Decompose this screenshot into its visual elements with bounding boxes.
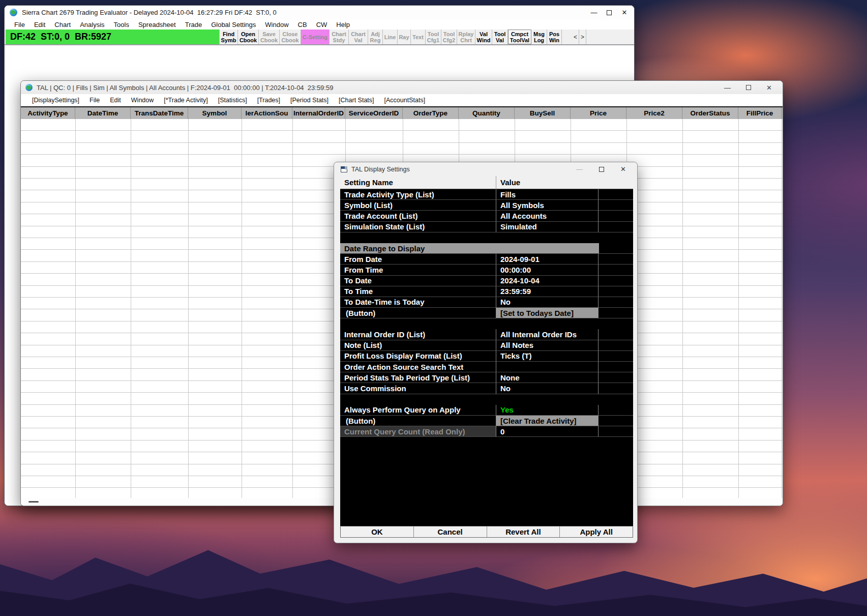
tal-column-header-fillprice[interactable]: FillPrice bbox=[738, 107, 782, 119]
main-menu-cw[interactable]: CW bbox=[312, 21, 332, 28]
main-menu-analysis[interactable]: Analysis bbox=[75, 21, 109, 28]
ok-button[interactable]: OK bbox=[341, 526, 413, 537]
tal-column-header-datetime[interactable]: DateTime bbox=[75, 107, 131, 119]
main-menu-edit[interactable]: Edit bbox=[29, 21, 50, 28]
close-icon[interactable]: ✕ bbox=[617, 6, 632, 19]
toolbar-button-cmpct-toolval[interactable]: CmpctToolVal bbox=[508, 30, 531, 44]
horizontal-scrollbar-thumb[interactable] bbox=[28, 501, 39, 503]
tal-column-header-orderstatus[interactable]: OrderStatus bbox=[682, 107, 738, 119]
setting-row-trade-activity-type-list[interactable]: Trade Activity Type (List)Fills bbox=[340, 189, 633, 200]
toolbar-button-tool-cfg1[interactable]: ToolCfg1 bbox=[426, 30, 441, 44]
setting-row-date-range-to-display[interactable]: Date Range to Display bbox=[340, 243, 633, 254]
main-menu-window[interactable]: Window bbox=[260, 21, 293, 28]
setting-value[interactable]: Simulated bbox=[496, 222, 599, 232]
toolbar-button-open-cbook[interactable]: OpenCbook bbox=[238, 30, 259, 44]
setting-row-simulation-state-list[interactable]: Simulation State (List)Simulated bbox=[340, 222, 633, 232]
toolbar-button-chart-stdy[interactable]: ChartStdy bbox=[330, 30, 349, 44]
tal-menu-trade-activity[interactable]: [*Trade Activity] bbox=[159, 97, 213, 104]
setting-row-from-date[interactable]: From Date2024-09-01 bbox=[340, 254, 633, 265]
main-menu-global-settings[interactable]: Global Settings bbox=[206, 21, 260, 28]
main-menu-trade[interactable]: Trade bbox=[181, 21, 206, 28]
tal-menu-chart-stats[interactable]: [Chart Stats] bbox=[334, 97, 379, 104]
toolbar-button-chart-val[interactable]: ChartVal bbox=[349, 30, 368, 44]
tal-column-header-transdatetime[interactable]: TransDateTime bbox=[131, 107, 188, 119]
setting-row-profit-loss-display-format-list[interactable]: Profit Loss Display Format (List)Ticks (… bbox=[340, 351, 633, 362]
toolbar-button-find-symb[interactable]: FindSymb bbox=[219, 30, 238, 44]
main-menu-tools[interactable]: Tools bbox=[109, 21, 134, 28]
setting-row-order-action-source-search-text[interactable]: Order Action Source Search Text bbox=[340, 362, 633, 372]
setting-value[interactable]: None bbox=[496, 372, 599, 383]
tal-menu-trades[interactable]: [Trades] bbox=[252, 97, 285, 104]
toolbar-button-tool-cfg2[interactable]: ToolCfg2 bbox=[441, 30, 457, 44]
tal-menu-accountstats[interactable]: [AccountStats] bbox=[379, 97, 431, 104]
setting-row-to-date[interactable]: To Date2024-10-04 bbox=[340, 276, 633, 286]
setting-value[interactable]: All Notes bbox=[496, 340, 599, 351]
tal-column-header-buysell[interactable]: BuySell bbox=[515, 107, 571, 119]
setting-value[interactable]: 2024-10-04 bbox=[496, 276, 599, 286]
setting-row-internal-order-id-list[interactable]: Internal Order ID (List)All Internal Ord… bbox=[340, 329, 633, 340]
setting-value[interactable]: Yes bbox=[496, 405, 599, 416]
setting-row-symbol-list[interactable]: Symbol (List)All Symbols bbox=[340, 200, 633, 211]
main-menu-chart[interactable]: Chart bbox=[50, 21, 75, 28]
setting-row-trade-account-list[interactable]: Trade Account (List)All Accounts bbox=[340, 211, 633, 221]
setting-row-button[interactable]: (Button)[Clear Trade Activity] bbox=[340, 416, 633, 426]
tal-menu-statistics[interactable]: [Statistics] bbox=[213, 97, 252, 104]
cancel-button[interactable]: Cancel bbox=[413, 526, 487, 537]
setting-row-to-date-time-is-today[interactable]: To Date-Time is TodayNo bbox=[340, 297, 633, 308]
toolbar-button-rplay-chrt[interactable]: RplayChrt bbox=[457, 30, 475, 44]
tal-column-header-price[interactable]: Price bbox=[571, 107, 626, 119]
toolbar-button-close-cbook[interactable]: CloseCbook bbox=[280, 30, 301, 44]
setting-value[interactable]: [Set to Todays Date] bbox=[496, 308, 599, 318]
tal-menu-period-stats[interactable]: [Period Stats] bbox=[285, 97, 334, 104]
dialog-titlebar[interactable]: TAL Display Settings — ✕ bbox=[334, 162, 637, 176]
setting-row-use-commission[interactable]: Use CommissionNo bbox=[340, 383, 633, 394]
main-titlebar[interactable]: Sierra Chart 2679 Trading Evaluator - De… bbox=[5, 6, 634, 19]
tal-menu-file[interactable]: File bbox=[84, 97, 105, 104]
main-menu-spreadsheet[interactable]: Spreadsheet bbox=[134, 21, 181, 28]
toolbar-button-text[interactable]: Text bbox=[411, 30, 426, 44]
setting-value[interactable]: Fills bbox=[496, 189, 599, 200]
setting-value[interactable]: No bbox=[496, 383, 599, 394]
setting-value[interactable]: [Clear Trade Activity] bbox=[496, 416, 599, 426]
minimize-icon[interactable]: — bbox=[586, 6, 602, 19]
toolbar-button-tool-val[interactable]: ToolVal bbox=[492, 30, 508, 44]
setting-value[interactable]: All Accounts bbox=[496, 211, 599, 221]
setting-row-current-query-count-read-only[interactable]: Current Query Count (Read Only)0 bbox=[340, 426, 633, 437]
setting-row-to-time[interactable]: To Time23:59:59 bbox=[340, 286, 633, 297]
setting-value[interactable]: 23:59:59 bbox=[496, 286, 599, 297]
tal-titlebar[interactable]: TAL | QC: 0 | Fills | Sim | All Symbols … bbox=[21, 81, 783, 94]
apply-all-button[interactable]: Apply All bbox=[559, 526, 633, 537]
tal-maximize-icon[interactable] bbox=[738, 81, 759, 94]
dialog-close-icon[interactable]: ✕ bbox=[612, 162, 634, 176]
setting-value[interactable]: No bbox=[496, 297, 599, 308]
maximize-icon[interactable] bbox=[602, 6, 617, 19]
toolbar-button-line[interactable]: Line bbox=[383, 30, 398, 44]
toolbar-next-button[interactable]: > bbox=[579, 30, 586, 44]
setting-value[interactable]: All Symbols bbox=[496, 200, 599, 211]
setting-value[interactable]: Ticks (T) bbox=[496, 351, 599, 362]
toolbar-button-ray[interactable]: Ray bbox=[398, 30, 411, 44]
setting-row-always-perform-query-on-apply[interactable]: Always Perform Query on ApplyYes bbox=[340, 405, 633, 416]
tal-minimize-icon[interactable]: — bbox=[717, 81, 738, 94]
main-menu-cb[interactable]: CB bbox=[293, 21, 312, 28]
tal-column-header-ordertype[interactable]: OrderType bbox=[403, 107, 459, 119]
main-menu-help[interactable]: Help bbox=[332, 21, 354, 28]
tal-menu-window[interactable]: Window bbox=[126, 97, 159, 104]
setting-value[interactable] bbox=[496, 362, 599, 372]
toolbar-button-pos-win[interactable]: PosWin bbox=[547, 30, 562, 44]
toolbar-button-msg-log[interactable]: MsgLog bbox=[531, 30, 547, 44]
tal-menu-edit[interactable]: Edit bbox=[105, 97, 126, 104]
tal-column-header-internalorderid[interactable]: InternalOrderID bbox=[292, 107, 345, 119]
setting-value[interactable]: 00:00:00 bbox=[496, 265, 599, 275]
tal-column-header-activitytype[interactable]: ActivityType bbox=[21, 107, 75, 119]
toolbar-button-adj-reg[interactable]: AdjReg bbox=[368, 30, 383, 44]
toolbar-button-val-wind[interactable]: ValWind bbox=[475, 30, 492, 44]
toolbar-prev-button[interactable]: < bbox=[572, 30, 579, 44]
setting-row-period-stats-tab-period-type-list[interactable]: Period Stats Tab Period Type (List)None bbox=[340, 372, 633, 383]
tal-column-header-serviceorderid[interactable]: ServiceOrderID bbox=[345, 107, 403, 119]
toolbar-button-c-setting[interactable]: C-Setting bbox=[301, 30, 330, 44]
dialog-maximize-icon[interactable] bbox=[590, 162, 612, 176]
tal-close-icon[interactable]: ✕ bbox=[759, 81, 780, 94]
tal-column-header-price2[interactable]: Price2 bbox=[626, 107, 682, 119]
setting-row-button[interactable]: (Button)[Set to Todays Date] bbox=[340, 308, 633, 318]
